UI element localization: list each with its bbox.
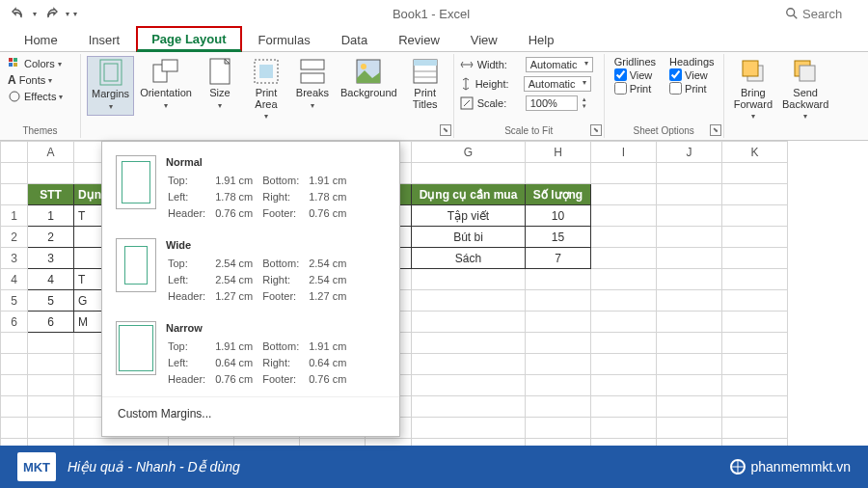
row-header[interactable]: 4	[1, 269, 28, 290]
redo-split-icon[interactable]: ▾	[66, 10, 69, 18]
width-field[interactable]: Automatic ▾	[526, 57, 593, 72]
row-header[interactable]: 3	[1, 248, 28, 269]
margin-option-narrow[interactable]: Narrow Top:1.91 cmBottom:1.91 cm Left:0.…	[102, 313, 399, 396]
table-header[interactable]: Dụng cụ cần mua	[412, 184, 526, 205]
table-cell[interactable]: 4	[28, 269, 74, 290]
sheet-launcher[interactable]: ⬊	[710, 124, 721, 136]
table-cell[interactable]: 10	[526, 205, 591, 227]
search-box[interactable]	[785, 7, 860, 21]
row-header[interactable]: 5	[1, 290, 28, 312]
margins-button[interactable]: Margins▾	[87, 56, 134, 116]
themes-effects-label: Effects	[24, 91, 56, 102]
ribbon: Colors▾ A Fonts▾ Effects▾ Themes Margins…	[0, 52, 868, 141]
height-field[interactable]: Automatic ▾	[524, 76, 591, 92]
svg-rect-24	[743, 61, 758, 76]
search-icon	[785, 7, 799, 20]
size-button[interactable]: Size▾	[198, 56, 242, 114]
table-header[interactable]: STT	[28, 184, 74, 205]
print-area-button[interactable]: Print Area▾	[244, 56, 288, 122]
ribbon-tabs: Home Insert Page Layout Formulas Data Re…	[0, 27, 868, 52]
background-button[interactable]: Background	[337, 56, 401, 100]
tab-view[interactable]: View	[456, 28, 512, 51]
headings-print-check[interactable]: Print	[669, 82, 714, 95]
margin-option-wide[interactable]: Wide Top:2.54 cmBottom:2.54 cm Left:2.54…	[102, 230, 399, 313]
print-titles-button[interactable]: Print Titles	[403, 56, 448, 112]
width-label: Width:	[477, 59, 522, 70]
themes-fonts-label: Fonts	[19, 74, 46, 86]
table-cell[interactable]: 6	[28, 312, 74, 333]
table-cell[interactable]: 3	[28, 248, 74, 269]
bring-forward-button[interactable]: Bring Forward▾	[730, 56, 776, 122]
table-cell[interactable]: 7	[526, 248, 591, 269]
row-header[interactable]: 2	[1, 227, 28, 248]
undo-icon[interactable]	[8, 3, 29, 24]
themes-effects-button[interactable]: Effects▾	[6, 89, 65, 104]
custom-margins-button[interactable]: Custom Margins...	[102, 396, 399, 430]
table-cell[interactable]: 1	[28, 205, 74, 227]
gridlines-view-check[interactable]: View	[614, 68, 656, 81]
breaks-button[interactable]: Breaks▾	[290, 56, 335, 114]
table-cell[interactable]: Bút bi	[412, 227, 526, 248]
tab-data[interactable]: Data	[327, 28, 382, 51]
qat-customize-icon[interactable]: ▾	[73, 10, 77, 18]
mkt-logo: MKT	[17, 452, 56, 481]
scale-field[interactable]: 100%	[526, 95, 578, 111]
themes-colors-button[interactable]: Colors▾	[6, 56, 65, 71]
gridlines-heading: Gridlines	[614, 56, 656, 68]
table-cell[interactable]: Sách	[412, 248, 526, 269]
tab-help[interactable]: Help	[514, 28, 569, 51]
window-title: Book1 - Excel	[393, 7, 470, 21]
svg-line-1	[794, 15, 798, 19]
search-input[interactable]	[802, 7, 860, 21]
col-header[interactable]: H	[526, 142, 591, 163]
tab-page-layout[interactable]: Page Layout	[136, 26, 241, 52]
group-label-sheet: Sheet Options	[610, 123, 718, 136]
row-header[interactable]: 1	[1, 205, 28, 227]
scale-launcher[interactable]: ⬊	[590, 124, 602, 136]
svg-point-0	[787, 9, 795, 16]
tab-review[interactable]: Review	[384, 28, 454, 51]
col-header[interactable]: G	[412, 142, 526, 163]
col-header[interactable]: J	[657, 142, 722, 163]
table-header[interactable]: Số lượng	[526, 184, 591, 205]
svg-rect-2	[9, 58, 13, 62]
size-icon	[204, 58, 235, 85]
margin-thumb-icon	[116, 321, 156, 375]
svg-rect-10	[162, 60, 177, 71]
tab-home[interactable]: Home	[10, 28, 72, 51]
footer-bar: MKT Hiệu quả - Nhanh - Dễ dùng phanmemmk…	[0, 446, 868, 488]
margins-icon	[95, 59, 126, 86]
print-area-icon	[251, 58, 282, 85]
margin-thumb-icon	[116, 155, 156, 209]
page-setup-launcher[interactable]: ⬊	[440, 124, 451, 136]
tab-formulas[interactable]: Formulas	[244, 28, 325, 51]
fonts-icon: A	[8, 73, 16, 87]
table-cell[interactable]: Tập viết	[412, 205, 526, 227]
send-backward-icon	[790, 58, 821, 85]
undo-split-icon[interactable]: ▾	[33, 10, 37, 18]
tab-insert[interactable]: Insert	[74, 28, 135, 51]
height-icon	[460, 77, 472, 91]
gridlines-print-check[interactable]: Print	[614, 82, 656, 95]
svg-rect-14	[301, 60, 324, 69]
svg-rect-15	[301, 73, 324, 83]
height-label: Height:	[475, 78, 520, 90]
table-cell[interactable]: 5	[28, 290, 74, 312]
svg-rect-3	[14, 58, 17, 62]
col-header[interactable]: K	[722, 142, 788, 163]
margin-option-normal[interactable]: Normal Top:1.91 cmBottom:1.91 cm Left:1.…	[102, 148, 399, 230]
redo-icon[interactable]	[41, 3, 62, 24]
send-backward-button[interactable]: Send Backward▾	[778, 56, 832, 122]
headings-view-check[interactable]: View	[669, 68, 714, 81]
row-header[interactable]: 6	[1, 312, 28, 333]
col-header[interactable]: I	[591, 142, 657, 163]
print-titles-icon	[410, 58, 441, 85]
themes-fonts-button[interactable]: A Fonts▾	[6, 72, 65, 88]
col-header[interactable]: A	[28, 142, 74, 163]
svg-point-6	[10, 92, 19, 101]
globe-icon	[730, 459, 746, 474]
orientation-button[interactable]: Orientation▾	[136, 56, 196, 114]
table-cell[interactable]: 2	[28, 227, 74, 248]
table-cell[interactable]: 15	[526, 227, 591, 248]
margin-thumb-icon	[116, 238, 156, 292]
